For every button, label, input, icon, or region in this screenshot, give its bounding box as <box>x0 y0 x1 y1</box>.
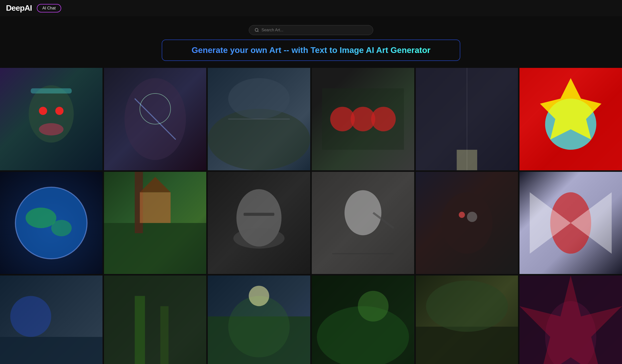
grid-item[interactable] <box>312 275 414 364</box>
grid-item[interactable] <box>208 68 310 170</box>
grid-item[interactable] <box>104 68 207 170</box>
banner-text: Generate your own Art -- with Text to Im… <box>192 46 430 55</box>
grid-item[interactable] <box>519 275 622 364</box>
ai-chat-button[interactable]: AI Chat <box>37 4 61 12</box>
grid-item[interactable] <box>416 275 518 364</box>
grid-item[interactable] <box>416 172 518 274</box>
search-section <box>0 16 622 40</box>
navbar: DeepAI AI Chat <box>0 0 622 16</box>
promo-banner[interactable]: Generate your own Art -- with Text to Im… <box>162 40 460 61</box>
grid-item[interactable] <box>519 172 622 274</box>
search-bar <box>249 25 373 35</box>
grid-item[interactable] <box>312 68 414 170</box>
grid-item[interactable] <box>312 172 414 274</box>
svg-line-1 <box>258 31 258 32</box>
grid-item[interactable] <box>104 172 207 274</box>
grid-item[interactable] <box>208 172 310 274</box>
search-icon <box>255 28 259 32</box>
grid-item[interactable] <box>416 68 518 170</box>
grid-item[interactable] <box>0 172 103 274</box>
grid-item[interactable] <box>104 275 207 364</box>
brand-logo: DeepAI <box>6 3 32 13</box>
svg-point-0 <box>255 28 258 31</box>
art-grid <box>0 68 622 364</box>
grid-item[interactable] <box>0 275 103 364</box>
grid-item[interactable] <box>519 68 622 170</box>
grid-item[interactable] <box>208 275 310 364</box>
grid-item[interactable] <box>0 68 103 170</box>
search-input[interactable] <box>261 28 367 32</box>
